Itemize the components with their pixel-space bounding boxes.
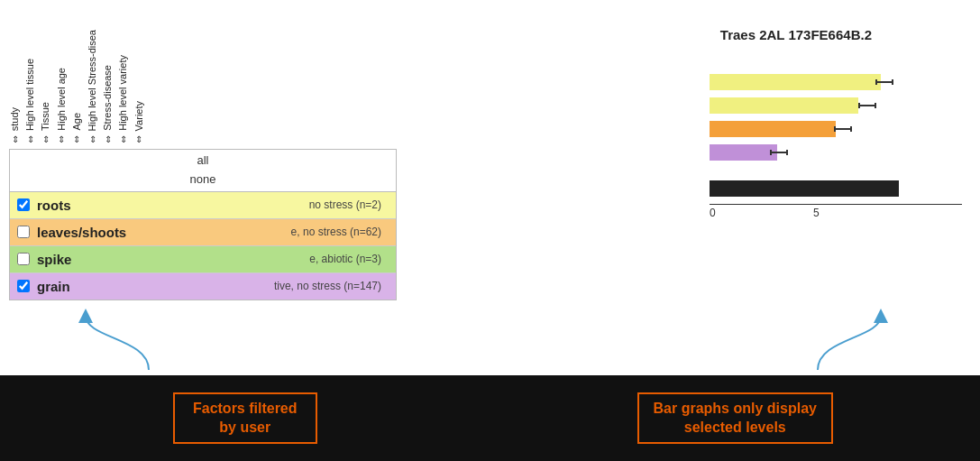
sort-variety-icon[interactable]: ⇕ bbox=[135, 134, 142, 144]
label-spike: spike bbox=[37, 252, 154, 267]
bar-fill-4 bbox=[710, 144, 777, 161]
bar-row-3 bbox=[710, 119, 962, 139]
col-age-label: Age bbox=[71, 113, 83, 131]
col-variety: Variety ⇕ bbox=[133, 101, 145, 144]
filter-header: all none bbox=[10, 150, 396, 192]
filter-row-roots: roots no stress (n=2) bbox=[10, 192, 396, 219]
checkbox-leaves[interactable] bbox=[17, 226, 30, 238]
chart-gap bbox=[710, 166, 962, 179]
label-roots: roots bbox=[37, 198, 154, 213]
sort-high-stress-icon[interactable]: ⇕ bbox=[89, 134, 96, 144]
sort-high-variety-icon[interactable]: ⇕ bbox=[120, 134, 127, 144]
bar-row-4 bbox=[710, 143, 962, 162]
annotation-left-container: Factors filteredby user bbox=[18, 392, 472, 445]
col-high-age: High level age ⇕ bbox=[56, 68, 68, 144]
filter-all-label[interactable]: all bbox=[197, 152, 208, 171]
bar-error-2 bbox=[858, 105, 876, 106]
bar-fill-5 bbox=[710, 180, 899, 197]
bar-error-4 bbox=[770, 152, 788, 153]
bar-row-1 bbox=[710, 72, 962, 92]
info-spike: e, abiotic (n=3) bbox=[161, 253, 389, 265]
col-high-variety-label: High level variety bbox=[117, 55, 129, 131]
col-study-label: study bbox=[9, 107, 21, 131]
annotation-box-bargraphs: Bar graphs only displayselected levels bbox=[637, 392, 833, 445]
arrow-left bbox=[59, 311, 167, 374]
col-tissue-label: Tissue bbox=[40, 102, 51, 131]
filter-table: all none roots no stress (n=2) leaves/sh… bbox=[9, 149, 397, 300]
filter-none-label[interactable]: none bbox=[190, 171, 216, 189]
arrow-right bbox=[800, 311, 908, 374]
main-area: study ⇕ High level tissue ⇕ Tissue ⇕ Hig… bbox=[0, 0, 980, 461]
col-high-tissue-label: High level tissue bbox=[24, 59, 36, 131]
axis-label-5: 5 bbox=[813, 207, 820, 219]
col-high-stress: High level Stress-disea ⇕ bbox=[87, 30, 98, 145]
bar-fill-1 bbox=[710, 74, 881, 90]
sort-tissue-icon[interactable]: ⇕ bbox=[42, 134, 50, 144]
bar-chart: 0 5 bbox=[710, 72, 962, 207]
bar-error-3 bbox=[834, 128, 852, 130]
annotation-bar: Factors filteredby user Bar graphs only … bbox=[0, 375, 980, 461]
bar-fill-3 bbox=[710, 121, 836, 137]
label-leaves: leaves/shoots bbox=[37, 225, 154, 240]
bar-error-1 bbox=[875, 81, 893, 83]
col-tissue: Tissue ⇕ bbox=[40, 102, 51, 144]
sort-study-icon[interactable]: ⇕ bbox=[12, 134, 19, 144]
col-variety-label: Variety bbox=[133, 101, 145, 131]
col-high-variety: High level variety ⇕ bbox=[117, 55, 129, 144]
sort-high-age-icon[interactable]: ⇕ bbox=[58, 134, 65, 144]
col-study: study ⇕ bbox=[9, 107, 21, 144]
checkbox-roots[interactable] bbox=[17, 198, 30, 211]
col-high-stress-label: High level Stress-disea bbox=[87, 30, 98, 132]
col-stress: Stress-disease ⇕ bbox=[102, 65, 114, 144]
bar-fill-2 bbox=[710, 97, 858, 114]
filter-row-leaves: leaves/shoots e, no stress (n=62) bbox=[10, 219, 396, 246]
chart-axis: 0 5 bbox=[710, 204, 962, 207]
sort-stress-icon[interactable]: ⇕ bbox=[105, 134, 112, 144]
col-high-age-label: High level age bbox=[56, 68, 68, 131]
annotation-right-container: Bar graphs only displayselected levels bbox=[508, 392, 963, 445]
label-grain: grain bbox=[37, 279, 154, 294]
filter-row-spike: spike e, abiotic (n=3) bbox=[10, 246, 396, 273]
annotation-bargraphs-text: Bar graphs only displayselected levels bbox=[654, 400, 817, 438]
col-high-tissue: High level tissue ⇕ bbox=[24, 59, 36, 144]
info-roots: no stress (n=2) bbox=[161, 198, 389, 211]
col-stress-label: Stress-disease bbox=[102, 65, 114, 131]
sort-high-tissue-icon[interactable]: ⇕ bbox=[27, 134, 34, 144]
gene-title: Traes 2AL 173FE664B.2 bbox=[720, 27, 872, 42]
bar-row-5 bbox=[710, 179, 962, 198]
col-age: Age ⇕ bbox=[71, 113, 83, 144]
axis-label-0: 0 bbox=[710, 207, 716, 219]
filter-row-grain: grain tive, no stress (n=147) bbox=[10, 273, 396, 300]
annotation-factors-text: Factors filteredby user bbox=[193, 400, 298, 438]
checkbox-grain[interactable] bbox=[17, 280, 30, 292]
sort-age-icon[interactable]: ⇕ bbox=[73, 134, 80, 144]
checkbox-spike[interactable] bbox=[17, 253, 30, 265]
info-leaves: e, no stress (n=62) bbox=[161, 226, 389, 238]
column-headers: study ⇕ High level tissue ⇕ Tissue ⇕ Hig… bbox=[9, 9, 145, 144]
annotation-box-factors: Factors filteredby user bbox=[173, 392, 317, 445]
info-grain: tive, no stress (n=147) bbox=[161, 280, 389, 292]
bar-row-2 bbox=[710, 96, 962, 115]
